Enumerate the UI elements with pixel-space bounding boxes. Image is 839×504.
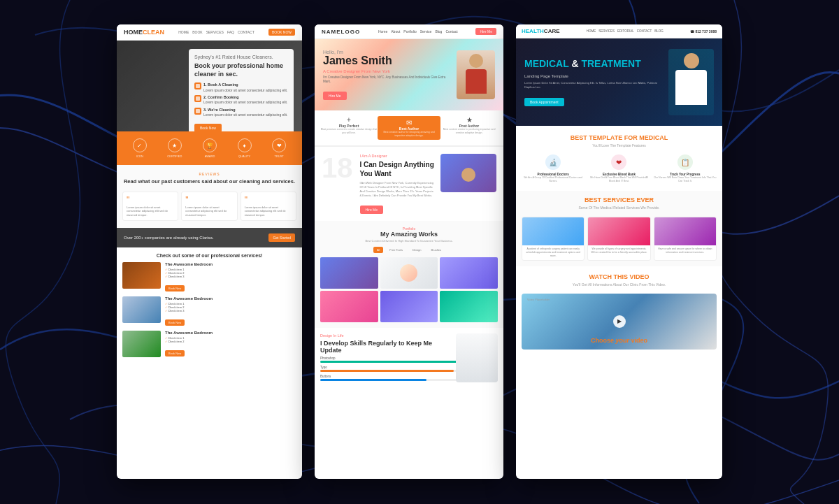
site2-stat3-icon: ★ [440,116,498,124]
site1-feature1-label: ICON [136,154,143,158]
site2-stats-bar: + Play Perfect Most premium content to c… [315,110,503,147]
site1-feature4-label: QUALITY [238,154,250,158]
site1-feature-1: ✓ ICON [133,138,147,158]
site2-portfolio-item-4[interactable] [320,291,378,322]
site1-step3-icon [194,108,201,115]
site2-subtitle: A Creative Designer From New York [323,69,450,73]
site1-hero-btn[interactable]: Book Now [194,124,222,131]
site1-reviews-label: REVIEWS [122,172,296,176]
site3-hero-title: MEDICAL & TREATMENT [524,58,663,70]
site1-review-2: " Lorem ipsum dolor sit amet consectetur… [181,192,237,222]
site2-filter-tabs: All Free Tools Design Brushes [320,247,498,253]
site3-feature-2: ❤ Exclusive Blood Bank We Have Got A Fre… [587,154,650,182]
site3-hero-btn[interactable]: Book Appointment [524,98,564,106]
site3-frame: HEALTHCARE HOME SERVICES EDITORIAL CONTA… [516,24,722,479]
site1-quote2-icon: " [185,196,233,204]
site3-feature-3: 📋 Track Your Progress Our Nurses Will No… [654,154,717,182]
site3-hero-desc: Lorem Ipsum Dolor Sit Amet, Consectetur … [524,81,663,89]
site1-feature1-icon: ✓ [133,138,147,152]
site2-filter-freetools[interactable]: Free Tools [386,247,406,253]
site1-services: Check out some of our professional servi… [117,247,302,367]
site2-skill3-bar-fill [320,379,426,381]
site3-doctor-head [684,53,699,69]
site2-name: James Smith [323,55,450,67]
site1-step-2: 2. Confirm Booking Lorem ipsum dolor sit… [194,95,288,105]
site1-banner-btn[interactable]: Get Started [268,233,295,242]
site1-service3-image [122,331,161,357]
site2-stat2-desc: Best creative author for designing amazi… [380,131,438,137]
site2-skills: Design In Life I Develop Skills Regularl… [315,328,503,389]
site2-stat2-icon: ✉ [380,119,438,127]
site3-doctor-coat [675,70,707,105]
site3-service1-image [522,217,584,245]
site3-hero: MEDICAL & TREATMENT Landing Page Templat… [516,38,722,126]
site1-service-2: The Awesome Bedroom Check item 1 Check i… [122,296,296,326]
site1-service2-btn[interactable]: Book Now [165,319,185,326]
site3-service-3: Have a safe and secure space for where t… [654,217,717,261]
site3-feature-1: 🔬 Professional Doctors We Are A Group Of… [522,154,585,182]
site1-step-1: 1. Book A Cleaning Lorem ipsum dolor sit… [194,82,288,92]
site1-feature2-label: CERTIFIED [167,154,182,158]
site2-stat-2: ✉ Best Author Best creative author for d… [378,116,440,140]
site1-review1-text: Lorem ipsum dolor sit amet consectetur a… [127,206,174,217]
site3-service2-desc: We provide all types of surgery and appo… [588,245,650,257]
site3-play-button[interactable]: ▶ [613,315,626,328]
site3-feature2-desc: We Have Got A Free Blood Bank That Will … [587,176,650,182]
site3-phone: ☎ 812 737 3088 [690,29,717,34]
site3-service3-image [654,217,716,245]
site1-service2-checks: Check item 1 Check item 2 Check item 3 [165,302,296,312]
site3-feature3-icon: 📋 [677,154,693,170]
site1-feature4-icon: ♦ [238,138,252,152]
site1-reviews-title: Read what our past customers said about … [122,178,296,186]
site2-designer-btn[interactable]: Hire Me [360,206,384,214]
site2-portfolio-item-1[interactable] [320,257,378,289]
site1-service2-text: The Awesome Bedroom Check item 1 Check i… [165,296,296,326]
site2-portfolio-item-5[interactable] [380,291,438,322]
site2-stat1-desc: Most premium content to create creative … [320,128,378,134]
site3-video-title: WATCH THIS VIDEO [522,273,717,280]
site3-hero-text: MEDICAL & TREATMENT Landing Page Templat… [524,58,663,106]
site1-service3-btn[interactable]: Book Now [165,350,185,357]
site1-nav-links: HOME BOOK SERVICES FAQ CONTACT [178,30,254,34]
site1-service-3: The Awesome Bedroom Check item 1 Check i… [122,331,296,357]
site1-step-3: 3. We're Cleaning Lorem ipsum dolor sit … [194,108,288,117]
site1-nav-cta[interactable]: BOOK NOW [268,29,295,36]
site2-portfolio-item-3[interactable] [440,257,498,289]
site1-service2-name: The Awesome Bedroom [165,296,296,301]
site3-feature1-icon: 🔬 [545,154,561,170]
site1-review-1: " Lorem ipsum dolor sit amet consectetur… [122,192,178,222]
site3-video-sub: You'll Get All Informations About Our Cl… [522,282,717,287]
site2-nav-links: Home About Portfolio Service Blog Contac… [378,29,458,34]
site1-service1-btn[interactable]: Book Now [165,285,185,291]
site1-service3-checks: Check item 1 Check item 2 [165,336,296,343]
site1-frame: HOMECLEAN HOME BOOK SERVICES FAQ CONTACT… [117,24,302,479]
site3-doctor-bg [668,49,714,115]
site1-nav: HOMECLEAN HOME BOOK SERVICES FAQ CONTACT… [117,24,302,41]
site2-portfolio: Portfolio My Amazing Works Best Content … [315,221,503,328]
site1-review-3: " Lorem ipsum dolor sit amet consectetur… [241,192,296,222]
site2-portfolio-item-2[interactable] [380,257,438,289]
site3-feature1-desc: We Are A Group Of Certified Professional… [522,176,585,182]
site3-service-1: A patient of orthopedic surgery patient … [522,217,585,261]
site3-best-title: BEST TEMPLATE FOR MEDICAL [522,134,717,141]
site1-feature-3: 🏆 AWARD [203,138,217,158]
site2-filter-brushes[interactable]: Brushes [427,247,445,253]
site3-services-grid: A patient of orthopedic surgery patient … [522,217,717,261]
site2-designer-info: I Am A Designer I Can Design Anything Yo… [360,154,497,214]
site3-service1-desc: A patient of orthopedic surgery patient … [522,245,584,260]
site2-hello: Hello, I'm [323,50,450,55]
site2-hire-btn[interactable]: Hire Me [323,92,347,100]
site3-service2-image [588,217,650,245]
site1-feature-5: ❤ TRUST [272,138,286,158]
site2-avatar-head [469,54,483,68]
site3-services-title: BEST SERVICES EVER [522,196,717,203]
site1-feature5-label: TRUST [274,154,283,158]
site1-feature5-icon: ❤ [272,138,286,152]
site2-filter-design[interactable]: Design [409,247,424,253]
site1-feature-4: ♦ QUALITY [238,138,252,158]
site2-nav-cta[interactable]: Hire Me [475,28,496,35]
site2-filter-all[interactable]: All [373,247,383,253]
site3-features: 🔬 Professional Doctors We Are A Group Of… [522,154,717,182]
site2-portfolio-item-6[interactable] [440,291,498,322]
site3-video-placeholder[interactable]: ▶ Choose your video Video Placeholder [522,294,717,350]
